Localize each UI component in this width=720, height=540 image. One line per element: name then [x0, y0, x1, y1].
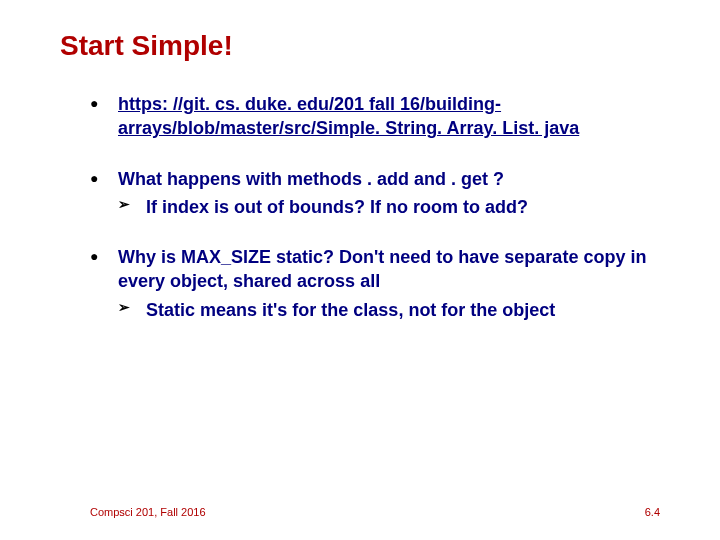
bullet-item: Why is MAX_SIZE static? Don't need to ha… — [90, 245, 660, 322]
bullet-item: What happens with methods . add and . ge… — [90, 167, 660, 220]
sub-bullet-list: Static means it's for the class, not for… — [118, 298, 660, 322]
footer-left: Compsci 201, Fall 2016 — [90, 506, 206, 518]
bullet-text: Why is MAX_SIZE static? Don't need to ha… — [118, 247, 646, 291]
sub-bullet-item: Static means it's for the class, not for… — [118, 298, 660, 322]
sub-bullet-list: If index is out of bounds? If no room to… — [118, 195, 660, 219]
bullet-item: https: //git. cs. duke. edu/201 fall 16/… — [90, 92, 660, 141]
slide-content: https: //git. cs. duke. edu/201 fall 16/… — [60, 92, 660, 322]
sub-bullet-item: If index is out of bounds? If no room to… — [118, 195, 660, 219]
slide-footer: Compsci 201, Fall 2016 6.4 — [90, 506, 660, 518]
slide-title: Start Simple! — [60, 30, 660, 62]
bullet-list: https: //git. cs. duke. edu/201 fall 16/… — [90, 92, 660, 322]
bullet-text: What happens with methods . add and . ge… — [118, 169, 504, 189]
footer-right: 6.4 — [645, 506, 660, 518]
source-link[interactable]: https: //git. cs. duke. edu/201 fall 16/… — [118, 94, 579, 138]
